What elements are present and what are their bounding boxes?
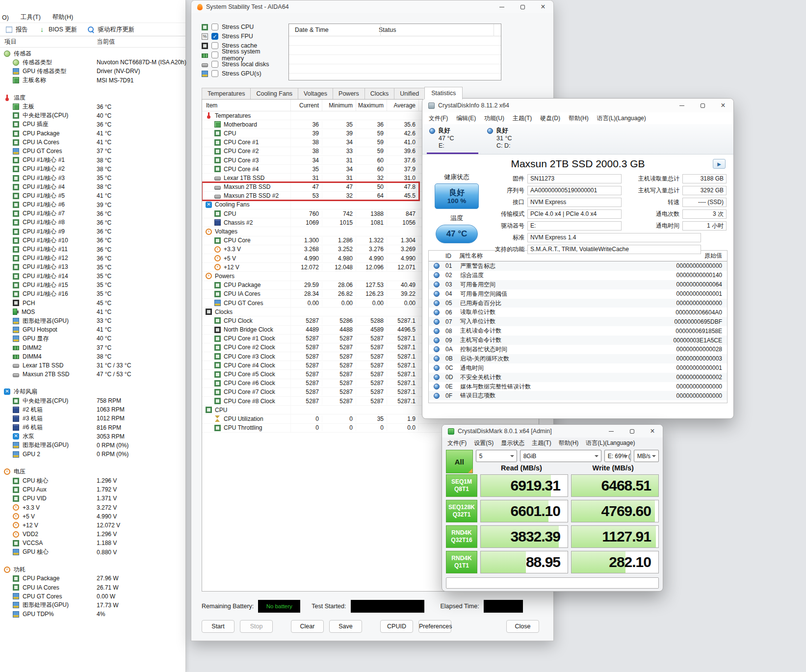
dropdown[interactable]: MB/s xyxy=(634,450,659,462)
menu-item[interactable]: 帮助(H) xyxy=(569,114,589,123)
maximize-button[interactable] xyxy=(512,0,533,13)
sensor-row[interactable]: CPU Package 41 °C xyxy=(0,129,185,138)
smart-row[interactable]: 0B 启动-关闭循环次数 00000000000003 xyxy=(429,354,727,363)
sensor-row[interactable]: VDD2 1.296 V xyxy=(0,530,185,539)
smart-row[interactable]: 03 可用备用空间 00000000000064 xyxy=(429,280,727,289)
sensor-row[interactable] xyxy=(0,379,185,388)
close-button[interactable] xyxy=(533,0,553,13)
sensor-row[interactable]: CPU GT Cores 37 °C xyxy=(0,147,185,155)
sensor-row[interactable]: GPU 传感器类型 Driver (NV-DRV) xyxy=(0,67,185,76)
maximize-button[interactable] xyxy=(692,99,713,112)
play-button[interactable]: ▶ xyxy=(713,159,726,169)
minimize-button[interactable] xyxy=(601,425,622,438)
tab[interactable]: Unified xyxy=(394,88,425,99)
smart-row[interactable]: 04 可用备用空间阈值 00000000000001 xyxy=(429,289,727,299)
sensor-row[interactable]: 温度 xyxy=(0,93,185,102)
cdm-titlebar[interactable]: CrystalDiskMark 8.0.1 x64 [Admin] xyxy=(442,425,663,438)
dropdown[interactable]: E: 69% (1295/1863GiB) xyxy=(604,450,631,462)
sensor-row[interactable]: CPU #1/核心 #10 36 °C xyxy=(0,236,185,245)
menu-item[interactable]: 显示状态 xyxy=(501,439,524,447)
sensor-row[interactable]: #2 机箱 1063 RPM xyxy=(0,405,185,414)
sensor-row[interactable]: GPU 核心 0.880 V xyxy=(0,547,185,556)
sensor-row[interactable]: GPU 2 0 RPM (0%) xyxy=(0,450,185,459)
sensor-row[interactable]: GPU 显存 40 °C xyxy=(0,334,185,343)
test-type-button[interactable]: SEQ128K Q32T1 xyxy=(446,500,477,522)
menu-item[interactable]: 文件(F) xyxy=(447,439,467,447)
smart-row[interactable]: 0D 不安全关机计数 00000000000002 xyxy=(429,373,727,382)
menu-item[interactable]: 功能(U) xyxy=(484,114,504,123)
drive-item[interactable]: 良好 31 °C C: D: xyxy=(483,124,541,154)
smart-col-name[interactable]: 属性名称 xyxy=(459,252,483,260)
driver-update-button[interactable]: 驱动程序更新 xyxy=(88,26,134,34)
test-log-list[interactable]: Date & Time Status xyxy=(288,24,501,80)
test-type-button[interactable]: RND4K Q32T16 xyxy=(446,525,477,548)
sensor-row[interactable]: 冷却风扇 xyxy=(0,388,185,396)
tab[interactable]: Statistics xyxy=(424,87,463,100)
sensor-row[interactable]: CPU #1/核心 #5 41 °C xyxy=(0,191,185,200)
smart-row[interactable]: 0F 错误日志项数 00000000000000 xyxy=(429,391,727,400)
sensor-row[interactable]: CPU #1/核心 #6 39 °C xyxy=(0,201,185,209)
sst-titlebar[interactable]: System Stability Test - AIDA64 xyxy=(191,0,553,13)
stress-option[interactable]: Stress system memory xyxy=(202,52,275,58)
close-button[interactable] xyxy=(713,99,733,112)
sensor-row[interactable]: #3 机箱 1012 RPM xyxy=(0,414,185,423)
stress-option[interactable]: Stress CPU xyxy=(202,24,275,30)
action-button[interactable]: CPUID xyxy=(380,620,413,633)
sensor-row[interactable]: CPU Aux 1.792 V xyxy=(0,485,185,494)
checkbox[interactable] xyxy=(211,42,218,49)
sensor-row[interactable]: +12 V 12.072 V xyxy=(0,521,185,530)
col-minimum[interactable]: Minimum xyxy=(322,100,356,111)
sensor-row[interactable]: CPU #1/核心 #11 36 °C xyxy=(0,245,185,254)
sensor-row[interactable]: CPU #1/核心 #3 35 °C xyxy=(0,174,185,182)
tab[interactable]: Cooling Fans xyxy=(250,88,298,99)
minimize-button[interactable] xyxy=(672,99,692,112)
test-type-button[interactable]: RND4K Q1T1 xyxy=(446,551,477,573)
col-item[interactable]: Item xyxy=(202,100,291,111)
smart-row[interactable]: 07 写入单位计数 00000000695DBF xyxy=(429,317,727,326)
smart-row[interactable]: 0A 控制器忙状态时间 00000000000028 xyxy=(429,345,727,354)
action-button[interactable]: Start xyxy=(202,620,234,633)
sensor-row[interactable]: GPU TDP% 4% xyxy=(0,610,185,619)
sensor-row[interactable]: 中央处理器(CPU) 40 °C xyxy=(0,111,185,120)
sensor-row[interactable]: DIMM4 38 °C xyxy=(0,352,185,361)
menu-item[interactable]: 主题(T) xyxy=(513,114,532,123)
smart-col-id[interactable]: ID xyxy=(445,253,451,259)
menu-item-tools[interactable]: 工具(T) xyxy=(21,13,41,22)
sensor-row[interactable]: CPU #1/核心 #9 36 °C xyxy=(0,227,185,236)
sensor-row[interactable]: CPU #1/核心 #13 35 °C xyxy=(0,263,185,272)
sensor-row[interactable]: 图形处理器(GPU) 33 °C xyxy=(0,316,185,325)
menu-item[interactable]: 主题(T) xyxy=(532,439,551,447)
stress-option[interactable]: Stress GPU(s) xyxy=(202,70,275,77)
sensor-row[interactable]: #6 机箱 816 RPM xyxy=(0,423,185,432)
comment-input[interactable] xyxy=(446,577,659,589)
sensor-row[interactable] xyxy=(0,557,185,566)
tab[interactable]: Powers xyxy=(333,88,365,99)
sensor-row[interactable]: +3.3 V 3.272 V xyxy=(0,503,185,512)
tab[interactable]: Temperatures xyxy=(202,88,251,99)
sensor-row[interactable]: 传感器类型 Nuvoton NCT6687D-M (ISA A20h) xyxy=(0,58,185,67)
sensor-row[interactable]: CPU #1/核心 #7 36 °C xyxy=(0,209,185,218)
sensor-row[interactable]: CPU IA Cores 26.71 W xyxy=(0,583,185,592)
col-current[interactable]: Current xyxy=(291,100,322,111)
smart-row[interactable]: 09 主机写命令计数 00000003E1A5CE xyxy=(429,336,727,345)
menu-item[interactable]: 设置(S) xyxy=(474,439,494,447)
sensor-row[interactable]: 中央处理器(CPU) 758 RPM xyxy=(0,396,185,405)
menu-item-help[interactable]: 帮助(H) xyxy=(52,13,73,22)
sensor-row[interactable]: Maxsun 2TB SSD 47 °C / 53 °C xyxy=(0,370,185,379)
sensor-row[interactable]: 传感器 xyxy=(0,49,185,58)
menu-item[interactable]: 文件(F) xyxy=(429,114,448,123)
column-value[interactable]: 当前值 xyxy=(97,38,115,46)
smart-row[interactable]: 02 综合温度 00000000000140 xyxy=(429,271,727,280)
menu-item-clipped[interactable]: O) xyxy=(2,14,9,21)
column-status[interactable]: Status xyxy=(379,26,396,33)
sensor-row[interactable]: CPU 插座 36 °C xyxy=(0,120,185,129)
sensor-row[interactable]: 功耗 xyxy=(0,565,185,574)
action-button[interactable]: Clear xyxy=(291,620,324,633)
cdi-titlebar[interactable]: CrystalDiskInfo 8.11.2 x64 xyxy=(422,99,733,112)
test-type-button[interactable]: SEQ1M Q8T1 xyxy=(446,474,477,497)
action-button[interactable]: Save xyxy=(329,620,362,633)
sensor-row[interactable]: CPU #1/核心 #14 35 °C xyxy=(0,272,185,281)
sensor-row[interactable]: CPU #1/核心 #4 38 °C xyxy=(0,182,185,191)
menu-item[interactable]: 硬盘(D) xyxy=(540,114,560,123)
sensor-row[interactable]: CPU #1/核心 #16 35 °C xyxy=(0,289,185,298)
